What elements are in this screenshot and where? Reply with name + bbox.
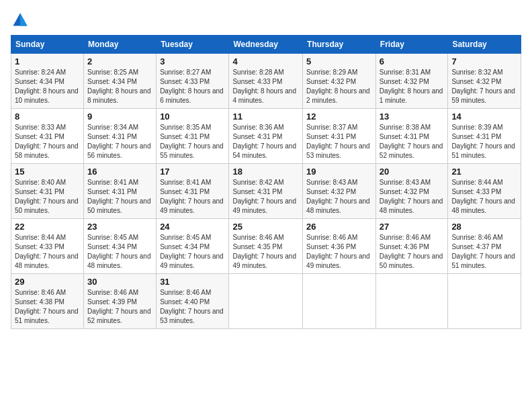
calendar-cell: 23 Sunrise: 8:45 AM Sunset: 4:34 PM Dayl… <box>83 219 156 274</box>
sunrise: Sunrise: 8:44 AM <box>451 179 502 186</box>
daylight: Daylight: 8 hours and 4 minutes. <box>232 87 296 104</box>
sunset: Sunset: 4:31 PM <box>87 188 137 195</box>
sunset: Sunset: 4:39 PM <box>87 298 137 306</box>
sunset: Sunset: 4:36 PM <box>380 243 429 250</box>
day-info: Sunrise: 8:45 AM Sunset: 4:34 PM Dayligh… <box>160 233 225 271</box>
day-number: 2 <box>87 56 152 66</box>
calendar-cell: 29 Sunrise: 8:46 AM Sunset: 4:38 PM Dayl… <box>11 274 84 329</box>
daylight: Daylight: 8 hours and 6 minutes. <box>160 87 224 104</box>
day-number: 19 <box>306 167 372 177</box>
day-number: 14 <box>451 111 517 122</box>
day-info: Sunrise: 8:43 AM Sunset: 4:32 PM Dayligh… <box>306 178 372 216</box>
calendar-cell: 1 Sunrise: 8:24 AM Sunset: 4:34 PM Dayli… <box>11 54 84 109</box>
day-info: Sunrise: 8:46 AM Sunset: 4:39 PM Dayligh… <box>87 288 152 326</box>
day-number: 31 <box>160 277 225 287</box>
day-number: 12 <box>306 111 372 122</box>
day-number: 4 <box>232 56 299 66</box>
day-info: Sunrise: 8:25 AM Sunset: 4:34 PM Dayligh… <box>87 68 152 105</box>
day-number: 1 <box>15 56 80 66</box>
calendar-cell <box>303 274 376 329</box>
day-number: 24 <box>160 222 225 232</box>
daylight: Daylight: 7 hours and 51 minutes. <box>451 253 515 269</box>
sunrise: Sunrise: 8:46 AM <box>306 234 357 241</box>
day-info: Sunrise: 8:37 AM Sunset: 4:31 PM Dayligh… <box>306 123 372 161</box>
sunset: Sunset: 4:34 PM <box>87 243 137 250</box>
sunrise: Sunrise: 8:42 AM <box>232 179 283 186</box>
calendar-cell: 10 Sunrise: 8:35 AM Sunset: 4:31 PM Dayl… <box>157 109 229 164</box>
sunrise: Sunrise: 8:24 AM <box>15 68 66 76</box>
day-number: 22 <box>15 222 80 232</box>
daylight: Daylight: 7 hours and 49 minutes. <box>160 197 224 214</box>
daylight: Daylight: 7 hours and 52 minutes. <box>380 142 443 159</box>
sunset: Sunset: 4:33 PM <box>15 243 64 250</box>
calendar-cell: 5 Sunrise: 8:29 AM Sunset: 4:32 PM Dayli… <box>303 54 376 109</box>
calendar-cell: 31 Sunrise: 8:46 AM Sunset: 4:40 PM Dayl… <box>157 274 229 329</box>
daylight: Daylight: 7 hours and 50 minutes. <box>15 197 79 214</box>
daylight: Daylight: 7 hours and 48 minutes. <box>15 253 79 269</box>
header-day-wednesday: Wednesday <box>229 36 303 54</box>
day-number: 7 <box>451 56 517 66</box>
day-info: Sunrise: 8:27 AM Sunset: 4:33 PM Dayligh… <box>160 68 225 105</box>
day-number: 23 <box>87 222 152 232</box>
daylight: Daylight: 7 hours and 51 minutes. <box>451 142 515 159</box>
day-number: 5 <box>306 56 372 66</box>
calendar-cell: 14 Sunrise: 8:39 AM Sunset: 4:31 PM Dayl… <box>448 109 521 164</box>
day-info: Sunrise: 8:46 AM Sunset: 4:35 PM Dayligh… <box>232 233 299 271</box>
logo-icon <box>11 11 30 30</box>
sunrise: Sunrise: 8:25 AM <box>87 68 138 76</box>
sunset: Sunset: 4:31 PM <box>160 188 210 195</box>
daylight: Daylight: 7 hours and 48 minutes. <box>306 197 370 214</box>
sunset: Sunset: 4:36 PM <box>306 243 356 250</box>
day-info: Sunrise: 8:43 AM Sunset: 4:32 PM Dayligh… <box>380 178 445 216</box>
daylight: Daylight: 8 hours and 2 minutes. <box>306 87 370 104</box>
sunset: Sunset: 4:32 PM <box>380 188 429 195</box>
daylight: Daylight: 7 hours and 59 minutes. <box>451 87 515 104</box>
sunrise: Sunrise: 8:29 AM <box>306 68 357 76</box>
sunset: Sunset: 4:32 PM <box>306 188 356 195</box>
day-number: 15 <box>15 167 80 177</box>
sunset: Sunset: 4:33 PM <box>232 78 282 85</box>
day-info: Sunrise: 8:46 AM Sunset: 4:37 PM Dayligh… <box>451 233 517 271</box>
day-info: Sunrise: 8:46 AM Sunset: 4:36 PM Dayligh… <box>380 233 445 271</box>
sunrise: Sunrise: 8:28 AM <box>232 68 283 76</box>
daylight: Daylight: 7 hours and 51 minutes. <box>15 308 79 324</box>
day-info: Sunrise: 8:41 AM Sunset: 4:31 PM Dayligh… <box>87 178 152 216</box>
calendar-cell: 17 Sunrise: 8:41 AM Sunset: 4:31 PM Dayl… <box>157 164 229 219</box>
day-number: 17 <box>160 167 225 177</box>
sunrise: Sunrise: 8:39 AM <box>451 124 502 131</box>
daylight: Daylight: 7 hours and 53 minutes. <box>160 308 224 324</box>
day-info: Sunrise: 8:44 AM Sunset: 4:33 PM Dayligh… <box>15 233 80 271</box>
sunset: Sunset: 4:31 PM <box>15 133 64 140</box>
sunrise: Sunrise: 8:38 AM <box>380 124 431 131</box>
sunset: Sunset: 4:33 PM <box>451 188 501 195</box>
day-info: Sunrise: 8:36 AM Sunset: 4:31 PM Dayligh… <box>232 123 299 161</box>
day-number: 16 <box>87 167 152 177</box>
day-number: 18 <box>232 167 299 177</box>
calendar-week-3: 15 Sunrise: 8:40 AM Sunset: 4:31 PM Dayl… <box>11 164 521 219</box>
page-header <box>11 11 521 30</box>
day-number: 20 <box>380 167 445 177</box>
day-info: Sunrise: 8:34 AM Sunset: 4:31 PM Dayligh… <box>87 123 152 161</box>
day-number: 27 <box>380 222 445 232</box>
calendar-cell <box>448 274 521 329</box>
sunrise: Sunrise: 8:45 AM <box>87 234 138 241</box>
day-info: Sunrise: 8:44 AM Sunset: 4:33 PM Dayligh… <box>451 178 517 216</box>
day-number: 3 <box>160 56 225 66</box>
sunrise: Sunrise: 8:44 AM <box>15 234 66 241</box>
daylight: Daylight: 7 hours and 54 minutes. <box>232 142 296 159</box>
calendar-header-row: SundayMondayTuesdayWednesdayThursdayFrid… <box>11 36 521 54</box>
calendar-cell: 26 Sunrise: 8:46 AM Sunset: 4:36 PM Dayl… <box>303 219 376 274</box>
calendar-cell: 13 Sunrise: 8:38 AM Sunset: 4:31 PM Dayl… <box>375 109 448 164</box>
day-info: Sunrise: 8:39 AM Sunset: 4:31 PM Dayligh… <box>451 123 517 161</box>
day-number: 6 <box>380 56 445 66</box>
calendar-cell: 28 Sunrise: 8:46 AM Sunset: 4:37 PM Dayl… <box>448 219 521 274</box>
daylight: Daylight: 7 hours and 48 minutes. <box>451 197 515 214</box>
logo <box>11 11 32 30</box>
daylight: Daylight: 7 hours and 50 minutes. <box>380 253 443 269</box>
day-info: Sunrise: 8:46 AM Sunset: 4:36 PM Dayligh… <box>306 233 372 271</box>
sunrise: Sunrise: 8:46 AM <box>15 289 66 296</box>
calendar-cell: 27 Sunrise: 8:46 AM Sunset: 4:36 PM Dayl… <box>375 219 448 274</box>
sunrise: Sunrise: 8:46 AM <box>232 234 283 241</box>
sunrise: Sunrise: 8:34 AM <box>87 124 138 131</box>
sunset: Sunset: 4:32 PM <box>451 78 501 85</box>
